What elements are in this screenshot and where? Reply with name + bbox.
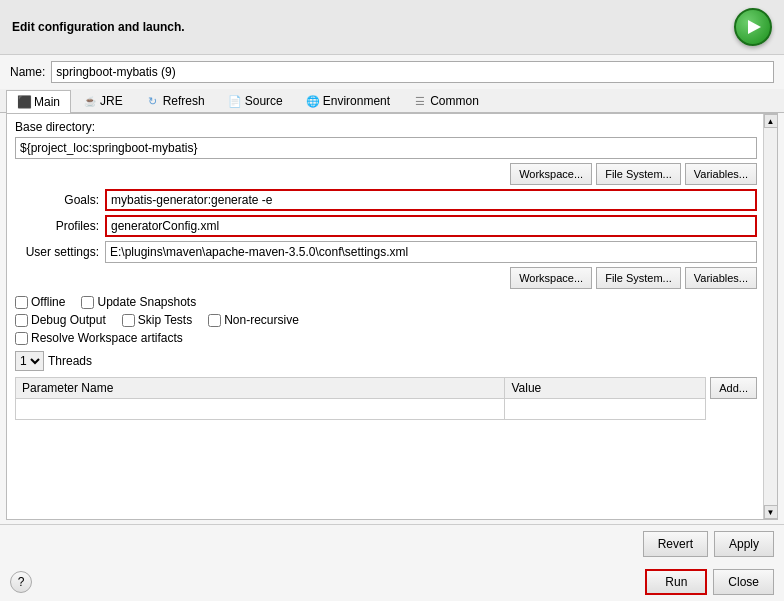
file-system-btn-2[interactable]: File System... xyxy=(596,267,681,289)
common-tab-icon: ☰ xyxy=(413,94,427,108)
footer-right: Revert Apply xyxy=(643,531,774,557)
close-button[interactable]: Close xyxy=(713,569,774,595)
offline-label: Offline xyxy=(31,295,65,309)
dialog-footer-1: Revert Apply xyxy=(0,524,784,563)
threads-select[interactable]: 1 2 4 xyxy=(15,351,44,371)
profiles-row: Profiles: xyxy=(15,215,757,237)
skip-tests-checkbox-item: Skip Tests xyxy=(122,313,192,327)
scroll-down-arrow[interactable]: ▼ xyxy=(764,505,778,519)
profiles-label: Profiles: xyxy=(15,219,105,233)
tab-environment[interactable]: 🌐 Environment xyxy=(295,89,401,112)
goals-row: Goals: xyxy=(15,189,757,211)
param-col2-header: Value xyxy=(505,378,706,399)
help-button[interactable]: ? xyxy=(10,571,32,593)
update-snapshots-checkbox[interactable] xyxy=(81,296,94,309)
non-recursive-checkbox-item: Non-recursive xyxy=(208,313,299,327)
revert-button[interactable]: Revert xyxy=(643,531,708,557)
update-snapshots-label: Update Snapshots xyxy=(97,295,196,309)
goals-label: Goals: xyxy=(15,193,105,207)
file-system-btn-1[interactable]: File System... xyxy=(596,163,681,185)
tab-jre[interactable]: ☕ JRE xyxy=(72,89,134,112)
param-section: Parameter Name Value Add... xyxy=(15,377,757,420)
tab-env-label: Environment xyxy=(323,94,390,108)
user-settings-label: User settings: xyxy=(15,245,105,259)
checkboxes-section: Offline Update Snapshots Debug Output Sk… xyxy=(15,295,757,345)
variables-btn-2[interactable]: Variables... xyxy=(685,267,757,289)
param-col1-header: Parameter Name xyxy=(16,378,505,399)
jre-tab-icon: ☕ xyxy=(83,94,97,108)
tab-common-label: Common xyxy=(430,94,479,108)
threads-label: Threads xyxy=(48,354,92,368)
user-settings-input[interactable] xyxy=(105,241,757,263)
content-inner: Base directory: Workspace... File System… xyxy=(7,114,777,519)
checkbox-row-3: Resolve Workspace artifacts xyxy=(15,331,757,345)
update-snapshots-checkbox-item: Update Snapshots xyxy=(81,295,196,309)
resolve-workspace-label: Resolve Workspace artifacts xyxy=(31,331,183,345)
workspace-btn-2[interactable]: Workspace... xyxy=(510,267,592,289)
tab-main-label: Main xyxy=(34,95,60,109)
main-content-area: Base directory: Workspace... File System… xyxy=(6,113,778,520)
non-recursive-label: Non-recursive xyxy=(224,313,299,327)
user-settings-row: User settings: xyxy=(15,241,757,263)
threads-row: 1 2 4 Threads xyxy=(15,351,757,371)
debug-output-checkbox-item: Debug Output xyxy=(15,313,106,327)
offline-checkbox-item: Offline xyxy=(15,295,65,309)
tab-common[interactable]: ☰ Common xyxy=(402,89,490,112)
tab-refresh-label: Refresh xyxy=(163,94,205,108)
dialog-title: Edit configuration and launch. xyxy=(12,20,185,34)
checkbox-row-2: Debug Output Skip Tests Non-recursive xyxy=(15,313,757,327)
tab-source[interactable]: 📄 Source xyxy=(217,89,294,112)
header-run-button[interactable] xyxy=(734,8,772,46)
name-input[interactable] xyxy=(51,61,774,83)
skip-tests-checkbox[interactable] xyxy=(122,314,135,327)
debug-output-label: Debug Output xyxy=(31,313,106,327)
dialog-footer-2: ? Run Close xyxy=(0,563,784,601)
base-dir-label: Base directory: xyxy=(15,120,757,134)
scroll-up-arrow[interactable]: ▲ xyxy=(764,114,778,128)
resolve-workspace-checkbox-item: Resolve Workspace artifacts xyxy=(15,331,183,345)
workspace-btn-1[interactable]: Workspace... xyxy=(510,163,592,185)
base-dir-section: Base directory: Workspace... File System… xyxy=(15,120,757,185)
tab-jre-label: JRE xyxy=(100,94,123,108)
refresh-tab-icon: ↻ xyxy=(146,94,160,108)
scroll-track xyxy=(764,128,777,505)
main-dialog: Edit configuration and launch. Name: ⬛ M… xyxy=(0,0,784,601)
offline-checkbox[interactable] xyxy=(15,296,28,309)
apply-button[interactable]: Apply xyxy=(714,531,774,557)
tab-refresh[interactable]: ↻ Refresh xyxy=(135,89,216,112)
param-table-wrap: Parameter Name Value xyxy=(15,377,706,420)
tab-source-label: Source xyxy=(245,94,283,108)
env-tab-icon: 🌐 xyxy=(306,94,320,108)
resolve-workspace-checkbox[interactable] xyxy=(15,332,28,345)
tab-main[interactable]: ⬛ Main xyxy=(6,90,71,113)
main-tab-icon: ⬛ xyxy=(17,95,31,109)
name-label: Name: xyxy=(10,65,45,79)
non-recursive-checkbox[interactable] xyxy=(208,314,221,327)
param-table: Parameter Name Value xyxy=(15,377,706,420)
skip-tests-label: Skip Tests xyxy=(138,313,192,327)
bottom-actions: Run Close xyxy=(645,569,774,595)
checkbox-row-1: Offline Update Snapshots xyxy=(15,295,757,309)
dialog-header: Edit configuration and launch. xyxy=(0,0,784,55)
goals-input[interactable] xyxy=(105,189,757,211)
profiles-input[interactable] xyxy=(105,215,757,237)
add-button[interactable]: Add... xyxy=(710,377,757,399)
tabs-bar: ⬛ Main ☕ JRE ↻ Refresh 📄 Source 🌐 Enviro… xyxy=(0,89,784,113)
source-tab-icon: 📄 xyxy=(228,94,242,108)
variables-btn-1[interactable]: Variables... xyxy=(685,163,757,185)
table-row xyxy=(16,399,706,420)
base-dir-input[interactable] xyxy=(15,137,757,159)
run-button[interactable]: Run xyxy=(645,569,707,595)
name-row: Name: xyxy=(0,55,784,89)
debug-output-checkbox[interactable] xyxy=(15,314,28,327)
right-scrollbar: ▲ ▼ xyxy=(763,114,777,519)
